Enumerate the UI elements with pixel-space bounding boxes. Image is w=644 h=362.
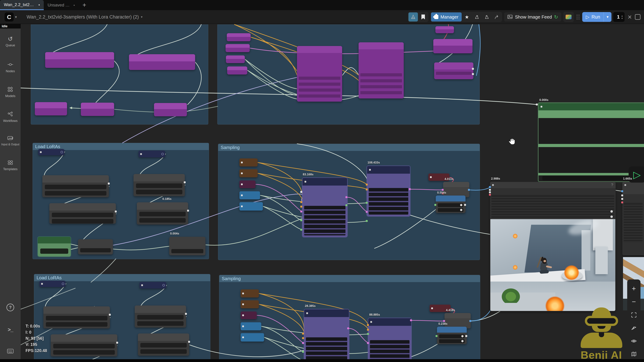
port[interactable] [367, 324, 369, 326]
node-collapsed-model-3[interactable] [240, 289, 259, 298]
batch-count-stepper[interactable]: 1 ▴ ▾ [613, 12, 624, 22]
node-widgets[interactable] [624, 203, 642, 243]
spinner-down-icon[interactable]: ▾ [622, 17, 623, 19]
favorites-star-button[interactable]: ★ [462, 12, 472, 21]
node-decode-2[interactable] [444, 313, 471, 329]
node-widgets[interactable] [492, 195, 614, 219]
canvas-flip-a-button[interactable] [472, 12, 482, 21]
port[interactable] [366, 189, 368, 190]
help-button[interactable]: ? [0, 304, 21, 311]
node-bypassed-small-4[interactable] [227, 66, 247, 74]
bookmark-button[interactable] [418, 12, 428, 21]
terminal-button[interactable]: >_ [0, 327, 21, 333]
port[interactable] [536, 103, 538, 105]
node-bypassed-2[interactable] [129, 54, 195, 70]
port[interactable] [621, 194, 623, 196]
fit-view-button[interactable] [630, 311, 638, 319]
node-header[interactable] [367, 166, 410, 174]
widget-knob[interactable] [610, 210, 613, 213]
clear-queue-button[interactable]: × [626, 13, 633, 21]
node-lora-loader-4[interactable] [137, 202, 188, 225]
node-textarea-1[interactable] [538, 118, 644, 144]
port[interactable] [347, 327, 349, 329]
node-prompt-green[interactable] [538, 103, 644, 182]
port[interactable] [300, 219, 302, 221]
node-collapsed-latent-4[interactable] [240, 333, 264, 342]
port[interactable] [465, 335, 467, 337]
node-collapsed-cond-2[interactable] [240, 312, 257, 319]
stop-button[interactable] [635, 14, 640, 20]
workflow-tree-button[interactable] [408, 12, 418, 21]
group-sampling-2[interactable]: Sampling [219, 275, 480, 362]
node-collapsed-latent-3[interactable] [240, 322, 261, 330]
comfyui-logo[interactable]: C [4, 12, 14, 21]
node-collapsed-navy-1[interactable] [38, 149, 64, 155]
port[interactable] [302, 337, 304, 339]
port[interactable] [367, 342, 369, 344]
group-title[interactable]: Sampling [219, 275, 480, 282]
sidebar-item-templates[interactable]: Templates [0, 159, 21, 171]
node-video-combine[interactable]: ? [490, 182, 616, 311]
node-collapsed-cond[interactable] [240, 180, 256, 188]
node-lora-loader-5[interactable] [44, 306, 110, 329]
port[interactable] [410, 319, 412, 321]
node-collapsed-navy-4[interactable] [140, 282, 166, 289]
node-collapsed-navy-2[interactable] [138, 151, 165, 157]
node-upscale-ctl[interactable] [436, 196, 466, 213]
node-small-passer-2[interactable] [169, 237, 206, 255]
show-image-feed-button[interactable]: Show Image Feed ↻ [504, 12, 561, 21]
port[interactable] [621, 198, 623, 200]
port[interactable] [409, 188, 411, 190]
node-bypassed-5[interactable] [154, 103, 187, 116]
node-header[interactable] [302, 178, 347, 186]
node-collapsed-model-1[interactable] [240, 158, 258, 166]
node-lora-loader-2[interactable] [134, 174, 185, 196]
zoom-in-button[interactable]: + [630, 285, 638, 293]
node-decode[interactable] [443, 182, 469, 197]
port[interactable] [434, 204, 436, 206]
port[interactable] [472, 68, 474, 70]
node-collapsed-model-4[interactable] [240, 300, 259, 308]
node-collapsed-latent-1[interactable] [240, 191, 260, 199]
port[interactable] [367, 333, 369, 335]
run-options-chevron[interactable]: ▾ [604, 12, 611, 22]
tab-unsaved-workflow[interactable]: Unsaved Workflow ● [44, 0, 79, 10]
sidebar-item-nodes[interactable]: Nodes [0, 61, 21, 73]
node-collapsed-latent-2[interactable] [240, 202, 263, 211]
node-bypassed-3[interactable] [35, 102, 67, 115]
sidebar-item-workflows[interactable]: Workflows [0, 111, 21, 123]
manager-button[interactable]: Manager [431, 12, 462, 21]
node-ksampler-3[interactable] [304, 309, 349, 362]
image-thumbnail-button[interactable] [564, 12, 573, 21]
node-textarea-2[interactable] [538, 147, 644, 173]
node-collapsed-model-2[interactable] [240, 169, 258, 177]
sidebar-item-models[interactable]: Models [0, 86, 21, 98]
port[interactable] [366, 211, 368, 213]
node-widgets[interactable] [306, 337, 347, 361]
port[interactable] [621, 201, 623, 203]
port[interactable] [300, 211, 302, 212]
sidebar-item-queue[interactable]: ↺ Queue [0, 35, 21, 47]
node-bypassed-1[interactable] [45, 52, 114, 68]
node-collapsed-navy-3[interactable] [40, 281, 66, 287]
node-small-passer-1[interactable] [78, 239, 113, 254]
node-header[interactable] [622, 182, 644, 194]
port[interactable] [300, 229, 302, 231]
node-bypassed-small-3[interactable] [226, 55, 245, 63]
node-bypassed-sampler-2[interactable] [358, 42, 404, 98]
node-bypassed-sampler-1[interactable] [297, 46, 342, 102]
group-title[interactable]: Sampling [218, 144, 480, 151]
port[interactable] [366, 202, 368, 204]
port[interactable] [442, 189, 444, 191]
canvas-flip-b-button[interactable] [482, 12, 492, 21]
node-header[interactable] [304, 309, 349, 317]
toolbar-drag-handle[interactable] [576, 15, 580, 19]
node-header[interactable] [538, 103, 644, 110]
node-bypassed-right-1[interactable] [433, 39, 472, 53]
node-widgets[interactable] [369, 188, 408, 215]
node-lora-loader-3[interactable] [49, 203, 116, 224]
port[interactable] [469, 320, 471, 322]
sidebar-item-input-output[interactable]: Input & Output [0, 135, 21, 146]
port[interactable] [346, 196, 348, 198]
node-header[interactable] [368, 318, 411, 326]
